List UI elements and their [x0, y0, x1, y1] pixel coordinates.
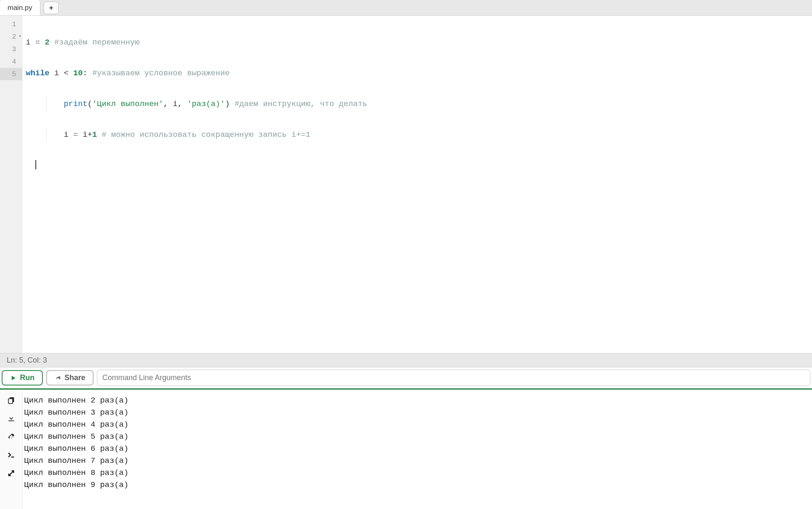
status-bar: Ln: 5, Col: 3	[0, 353, 812, 367]
output-sidebar	[0, 390, 22, 509]
download-icon[interactable]	[7, 414, 16, 423]
line-gutter: 1 2 ▼ 3 4 5	[0, 16, 22, 353]
cursor-position: Ln: 5, Col: 3	[7, 356, 47, 364]
run-label: Run	[20, 373, 35, 382]
gutter-line: 3	[0, 43, 22, 55]
plus-icon	[48, 5, 54, 11]
code-line: print('Цикл выполнен', i, 'раз(а)') #дае…	[26, 98, 809, 110]
code-line	[26, 159, 809, 172]
gutter-line: 4	[0, 55, 22, 68]
code-line: i = i+1 # можно использовать сокращенную…	[26, 128, 809, 141]
code-editor[interactable]: 1 2 ▼ 3 4 5 i = 2 #задаём переменную whi…	[0, 16, 812, 353]
share-button[interactable]: Share	[46, 370, 94, 385]
code-area[interactable]: i = 2 #задаём переменную while i < 10: #…	[22, 16, 812, 353]
terminal-icon[interactable]	[7, 450, 16, 460]
play-icon	[10, 375, 17, 381]
tab-label: main.py	[7, 4, 32, 12]
tab-main-py[interactable]: main.py	[0, 0, 40, 15]
gutter-line: 2 ▼	[0, 30, 22, 43]
svg-line-6	[9, 471, 14, 476]
code-line: i = 2 #задаём переменную	[26, 36, 809, 49]
cursor	[35, 160, 36, 169]
gutter-line: 1	[0, 18, 22, 30]
share-label: Share	[64, 373, 85, 382]
eraser-icon[interactable]	[7, 432, 16, 441]
tab-bar: main.py	[0, 0, 812, 16]
copy-icon[interactable]	[7, 395, 16, 405]
output-content[interactable]: Цикл выполнен 2 раз(а) Цикл выполнен 3 р…	[22, 390, 812, 509]
expand-icon[interactable]	[7, 469, 16, 478]
cmdline-input[interactable]	[102, 373, 805, 382]
svg-rect-4	[8, 399, 12, 404]
code-line: while i < 10: #указываем условное выраже…	[26, 67, 809, 79]
toolbar: Run Share	[0, 367, 812, 388]
gutter-line: 5	[0, 68, 22, 80]
output-panel: Цикл выполнен 2 раз(а) Цикл выполнен 3 р…	[0, 388, 812, 509]
fold-icon[interactable]: ▼	[19, 35, 21, 39]
svg-marker-2	[12, 376, 15, 380]
run-button[interactable]: Run	[2, 370, 43, 385]
share-icon	[54, 375, 61, 381]
add-tab-button[interactable]	[44, 2, 59, 14]
cmdline-container[interactable]	[97, 370, 810, 386]
